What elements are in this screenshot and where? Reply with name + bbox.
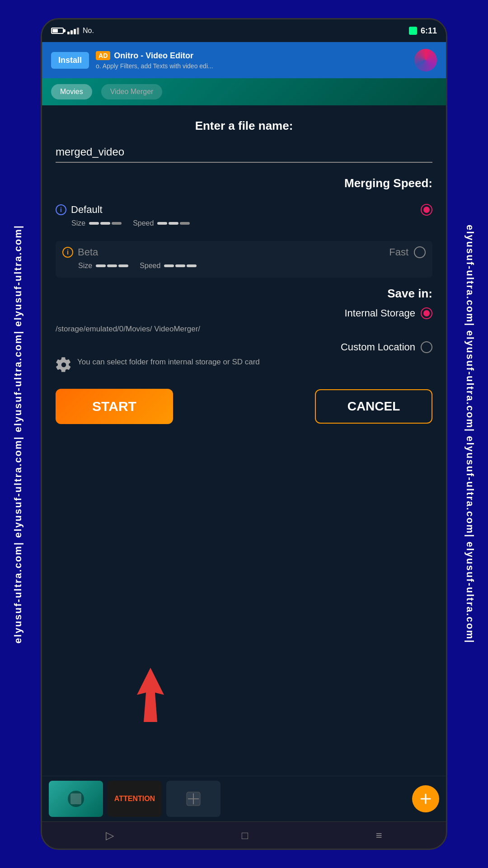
save-in-title: Save in: xyxy=(56,287,432,301)
internal-storage-label: Internal Storage xyxy=(344,307,415,319)
dialog-title: Enter a file name: xyxy=(56,119,432,133)
ad-title: Onitro - Video Editor xyxy=(114,51,193,61)
thumb-1 xyxy=(49,781,103,817)
thumb-3-icon xyxy=(184,790,202,808)
default-size-group: Size xyxy=(71,219,122,227)
main-content: Movies Video Merger Enter a file name: M… xyxy=(42,78,446,776)
default-label: Default xyxy=(71,204,103,216)
custom-location-label: Custom Location xyxy=(341,341,415,353)
watermark-left: elyusuf-ultra.com| elyusuf-ultra.com| el… xyxy=(0,0,36,868)
svg-marker-0 xyxy=(137,668,164,722)
beta-size-bars xyxy=(96,264,128,267)
default-size-bars xyxy=(89,222,122,225)
teal-strip: Movies Video Merger xyxy=(42,78,446,105)
beta-speed-bars xyxy=(164,264,197,267)
beta-size-group: Size xyxy=(78,262,128,270)
ad-install-button[interactable]: Install xyxy=(51,52,89,69)
filename-input[interactable] xyxy=(56,142,432,163)
beta-size-label: Size xyxy=(78,262,92,270)
ad-logo xyxy=(414,49,437,71)
ad-badge: AD xyxy=(96,51,110,60)
thumb-3 xyxy=(166,781,221,817)
bottom-thumbnails: ATTENTION xyxy=(42,776,446,821)
ad-subtitle: o. Apply Filters, add Texts with video e… xyxy=(96,62,231,70)
dialog: Enter a file name: Merging Speed: i Defa… xyxy=(42,105,446,438)
beta-size-bar-3 xyxy=(118,264,128,267)
attention-text: ATTENTION xyxy=(114,795,155,803)
default-speed-bars xyxy=(157,222,190,225)
beta-speed-bar-1 xyxy=(164,264,174,267)
thumb-2: ATTENTION xyxy=(108,781,162,817)
notification-icon xyxy=(409,27,417,35)
signal-bar-1 xyxy=(67,32,70,34)
button-row: START CANCEL xyxy=(56,382,432,429)
nav-home[interactable]: □ xyxy=(242,829,249,842)
radio-internal-dot xyxy=(423,310,430,316)
beta-indicators: Size Speed xyxy=(62,262,426,270)
signal-bar-4 xyxy=(77,28,79,34)
radio-internal[interactable] xyxy=(421,307,432,319)
beta-speed-bar-2 xyxy=(175,264,185,267)
signal-bar-3 xyxy=(74,29,76,34)
signal-bars xyxy=(67,28,79,34)
thumb-1-icon xyxy=(67,790,85,808)
signal-bar-2 xyxy=(70,30,73,34)
beta-size-bar-1 xyxy=(96,264,106,267)
ad-banner[interactable]: Install AD Onitro - Video Editor o. Appl… xyxy=(42,42,446,78)
beta-speed-label: Speed xyxy=(140,262,160,270)
status-bar: No. 6:11 xyxy=(42,19,446,42)
status-time: 6:11 xyxy=(421,26,437,36)
beta-speed-group: Speed xyxy=(140,262,197,270)
merging-speed-title: Merging Speed: xyxy=(56,176,432,190)
speed-bar-2 xyxy=(169,222,178,225)
size-bar-1 xyxy=(89,222,99,225)
battery-icon xyxy=(51,28,64,34)
speed-option-default[interactable]: i Default Size xyxy=(56,199,432,234)
internal-storage-row[interactable]: Internal Storage xyxy=(56,307,432,319)
radio-default-dot xyxy=(423,207,430,213)
phone-frame: No. 6:11 Install AD Onitro - Video Edito… xyxy=(41,18,447,850)
beta-speed-bar-3 xyxy=(187,264,197,267)
info-icon-default: i xyxy=(56,204,66,215)
watermark-right: elyusuf-ultra.com| elyusuf-ultra.com| el… xyxy=(452,0,488,868)
speed-option-beta[interactable]: i Beta Fast Size xyxy=(56,241,432,278)
gear-icon xyxy=(56,357,72,373)
nav-back[interactable]: ▷ xyxy=(106,829,114,842)
tab-movies[interactable]: Movies xyxy=(51,84,92,99)
default-speed-label: Speed xyxy=(133,219,154,227)
custom-location-info: You can select folder from internal stor… xyxy=(56,357,432,373)
storage-path: /storage/emulated/0/Movies/ VideoMerger/ xyxy=(56,324,432,335)
default-speed-group: Speed xyxy=(133,219,190,227)
start-button[interactable]: START xyxy=(56,389,173,424)
watermark-left-text: elyusuf-ultra.com| elyusuf-ultra.com| el… xyxy=(12,225,24,643)
beta-size-bar-2 xyxy=(107,264,117,267)
radio-default[interactable] xyxy=(421,204,432,216)
status-left: No. xyxy=(51,27,94,35)
add-button[interactable] xyxy=(412,785,439,812)
beta-label: Beta xyxy=(78,246,98,258)
cancel-button[interactable]: CANCEL xyxy=(315,389,432,424)
plus-icon xyxy=(419,792,432,806)
network-type: No. xyxy=(83,27,94,35)
red-arrow xyxy=(128,668,173,722)
custom-desc: You can select folder from internal stor… xyxy=(77,357,260,368)
save-section: Save in: Internal Storage /storage/emula… xyxy=(56,287,432,429)
fast-label: Fast xyxy=(389,246,408,258)
radio-beta[interactable] xyxy=(414,246,426,258)
svg-rect-2 xyxy=(70,793,81,804)
info-icon-beta: i xyxy=(62,247,73,258)
nav-bar: ▷ □ ≡ xyxy=(42,821,446,849)
tab-video-merger[interactable]: Video Merger xyxy=(101,84,163,99)
size-bar-3 xyxy=(112,222,122,225)
nav-recents[interactable]: ≡ xyxy=(376,829,382,842)
size-bar-2 xyxy=(100,222,110,225)
radio-custom[interactable] xyxy=(421,341,432,353)
watermark-right-text: elyusuf-ultra.com| elyusuf-ultra.com| el… xyxy=(464,225,476,643)
status-right: 6:11 xyxy=(409,26,437,36)
speed-bar-3 xyxy=(180,222,190,225)
speed-bar-1 xyxy=(157,222,167,225)
default-indicators: Size Speed xyxy=(56,219,432,227)
custom-location-row[interactable]: Custom Location xyxy=(56,341,432,353)
default-size-label: Size xyxy=(71,219,85,227)
